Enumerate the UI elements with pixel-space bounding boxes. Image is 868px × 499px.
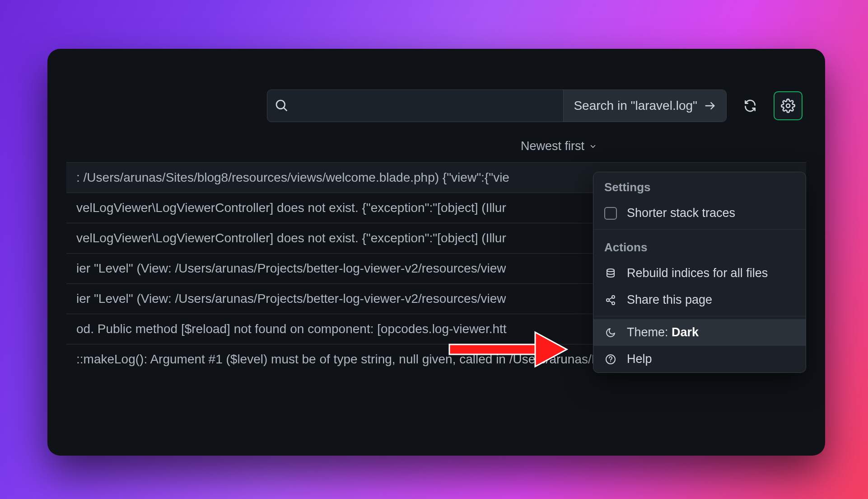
refresh-button[interactable] [736, 91, 765, 120]
sort-row: Newest first [47, 127, 825, 157]
search-scope-label: Search in "laravel.log" [574, 99, 697, 113]
search-bar: Search in "laravel.log" [267, 89, 727, 122]
share-label: Share this page [627, 293, 712, 307]
app-window: Search in "laravel.log" Newest first : /… [47, 49, 825, 456]
settings-header: Settings [593, 172, 806, 200]
svg-point-4 [607, 269, 614, 272]
share-icon [604, 295, 617, 306]
svg-line-8 [609, 297, 612, 299]
help-icon [604, 354, 617, 365]
settings-button[interactable] [774, 91, 803, 120]
settings-dropdown: Settings Shorter stack traces Actions Re… [593, 172, 806, 373]
divider [593, 316, 806, 316]
svg-line-1 [284, 108, 287, 111]
theme-label: Theme: Dark [627, 325, 699, 339]
svg-point-3 [786, 104, 790, 108]
theme-toggle[interactable]: Theme: Dark [593, 319, 806, 346]
svg-line-9 [609, 301, 612, 302]
database-icon [604, 268, 617, 279]
help-label: Help [627, 352, 652, 366]
divider [593, 229, 806, 230]
shorter-traces-toggle[interactable]: Shorter stack traces [593, 200, 806, 226]
shorter-traces-label: Shorter stack traces [627, 206, 735, 220]
gear-icon [781, 99, 795, 113]
sort-label: Newest first [521, 139, 584, 153]
rebuild-label: Rebuild indices for all files [627, 266, 768, 280]
moon-icon [604, 327, 617, 338]
chevron-down-icon [589, 142, 597, 151]
search-scope-button[interactable]: Search in "laravel.log" [563, 90, 726, 122]
sort-select[interactable]: Newest first [521, 139, 597, 153]
checkbox-icon [604, 207, 617, 220]
search-input[interactable] [296, 99, 563, 113]
refresh-icon [743, 99, 757, 113]
share-page-action[interactable]: Share this page [593, 287, 806, 313]
arrow-right-icon [704, 99, 716, 112]
actions-header: Actions [593, 232, 806, 260]
help-action[interactable]: Help [593, 346, 806, 372]
search-icon [267, 99, 296, 113]
rebuild-indices-action[interactable]: Rebuild indices for all files [593, 260, 806, 287]
toolbar: Search in "laravel.log" [47, 49, 825, 127]
